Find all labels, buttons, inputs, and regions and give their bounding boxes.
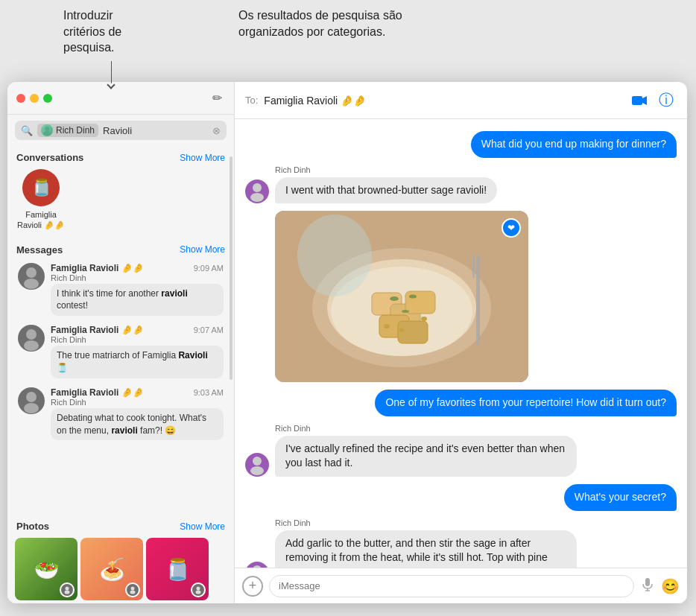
video-call-button[interactable] [629,90,650,111]
chat-messages: What did you end up making for dinner? R… [235,119,687,568]
photos-section-header: Photos Show More [7,515,234,535]
svg-point-40 [250,466,264,475]
bubble-in: I've actually refined the recipe and it'… [275,436,577,477]
search-tag: Rich Dinh [37,124,98,137]
message-from: Famiglia Ravioli 🤌🤌 [51,263,144,273]
conversations-label: Conversations [16,152,83,163]
svg-point-39 [253,457,262,466]
photo-thumb[interactable]: 🫙 [146,538,209,600]
message-from: Famiglia Ravioli 🤌🤌 [51,387,144,398]
maximize-button[interactable] [43,94,52,103]
bubble-out: What's your secret? [564,484,677,511]
message-avatar [18,325,45,352]
incoming-message-group: Rich Dinh I've actually refined the reci… [245,424,677,477]
message-input[interactable] [269,575,634,597]
incoming-sender: Rich Dinh [275,165,497,174]
svg-point-13 [196,591,201,594]
conversation-name: FamigliaRavioli 🤌🤌 [17,209,65,231]
conversation-item[interactable]: 🫙 FamigliaRavioli 🤌🤌 [15,169,67,231]
chat-header: To: Famiglia Ravioli 🤌🤌 ⓘ [235,82,687,119]
bubble-in: I went with that browned-butter sage rav… [275,177,497,204]
chat-input-bar: + 😊 [235,568,687,603]
svg-point-9 [65,591,70,594]
incoming-avatar [245,453,269,477]
message-time: 9:07 AM [194,326,224,334]
chat-image[interactable]: ❤ [275,211,528,382]
messages-show-more[interactable]: Show More [180,244,225,255]
photo-thumb[interactable]: 🥗 [15,538,77,600]
message-time: 9:03 AM [194,388,224,397]
svg-point-12 [197,587,200,591]
incoming-message-group: Rich Dinh Add garlic to the butter, and … [245,518,677,568]
svg-point-38 [297,215,372,296]
incoming-content: Rich Dinh Add garlic to the butter, and … [275,518,577,568]
svg-point-0 [45,127,49,131]
chat-contact-name: Famiglia Ravioli 🤌🤌 [264,95,366,107]
left-scrollbar[interactable] [230,156,232,380]
compose-button[interactable]: ✏ [209,90,225,107]
search-tag-avatar [41,124,53,136]
incoming-message-group: Rich Dinh I went with that browned-butte… [245,165,677,204]
photos-grid: 🥗 🍝 🫙 [7,535,234,603]
emoji-button[interactable]: 😊 [661,577,680,595]
conversations-show-more[interactable]: Show More [180,153,225,163]
message-from: Famiglia Ravioli 🤌🤌 [51,325,144,335]
svg-point-30 [409,295,417,299]
message-time: 9:09 AM [194,264,224,273]
photos-label: Photos [16,521,49,532]
audio-input-button[interactable] [640,577,655,595]
conversations-section-header: Conversations Show More [7,146,234,166]
incoming-image-content: ❤ [275,211,528,382]
svg-point-11 [130,591,136,594]
search-tag-name: Rich Dinh [56,125,95,136]
svg-point-29 [390,296,399,301]
bubble-in: Add garlic to the butter, and then stir … [275,530,577,568]
incoming-sender: Rich Dinh [275,424,577,433]
traffic-lights [16,94,52,103]
title-bar: ✏ [7,82,234,115]
svg-point-4 [26,329,37,340]
svg-point-8 [66,587,69,591]
outgoing-message: What did you end up making for dinner? [245,131,677,158]
message-preview: I think it's time for another ravioli co… [51,284,224,317]
incoming-content: Rich Dinh I've actually refined the reci… [275,424,577,477]
svg-point-33 [384,324,390,328]
photo-thumb[interactable]: 🍝 [80,538,143,600]
conversation-avatar: 🫙 [22,169,60,206]
message-avatar [18,387,45,414]
close-button[interactable] [16,94,25,103]
svg-rect-43 [645,578,650,586]
search-clear-icon[interactable]: ⊗ [212,125,221,136]
svg-point-32 [421,317,427,321]
conversations-list: 🫙 FamigliaRavioli 🤌🤌 [7,166,234,234]
svg-point-17 [250,193,264,202]
messages-section-header: Messages Show More [7,238,234,258]
message-item[interactable]: Famiglia Ravioli 🤌🤌 9:03 AM Rich Dinh De… [10,383,231,445]
add-attachment-button[interactable]: + [242,576,263,597]
message-content: Famiglia Ravioli 🤌🤌 9:07 AM Rich Dinh Th… [51,325,224,378]
heart-reaction[interactable]: ❤ [502,218,521,238]
message-avatar [18,263,45,290]
right-callout: Os resultados de pesquisa são organizado… [238,7,455,39]
message-preview: The true matriarch of Famiglia Ravioli 🫙 [51,346,224,378]
message-item[interactable]: Famiglia Ravioli 🤌🤌 9:07 AM Rich Dinh Th… [10,320,231,383]
right-panel: To: Famiglia Ravioli 🤌🤌 ⓘ What did you e… [235,82,687,603]
incoming-content: Rich Dinh I went with that browned-butte… [275,165,497,204]
to-label: To: [245,95,258,106]
search-bar[interactable]: 🔍 Rich Dinh Ravioli ⊗ [15,121,227,140]
bubble-out: One of my favorites from your repertoire… [375,390,677,416]
info-button[interactable]: ⓘ [656,90,677,111]
incoming-avatar [245,562,269,568]
svg-marker-15 [642,96,647,105]
message-item[interactable]: Famiglia Ravioli 🤌🤌 9:09 AM Rich Dinh I … [10,258,231,321]
photos-show-more[interactable]: Show More [180,521,225,532]
svg-point-10 [131,587,135,591]
minimize-button[interactable] [30,94,39,103]
svg-rect-14 [632,96,642,105]
message-sender: Rich Dinh [51,273,224,282]
photo-avatar-badge [191,582,206,597]
svg-point-7 [24,403,39,413]
svg-point-31 [402,310,409,313]
search-icon: 🔍 [21,125,33,136]
svg-point-2 [26,267,37,278]
